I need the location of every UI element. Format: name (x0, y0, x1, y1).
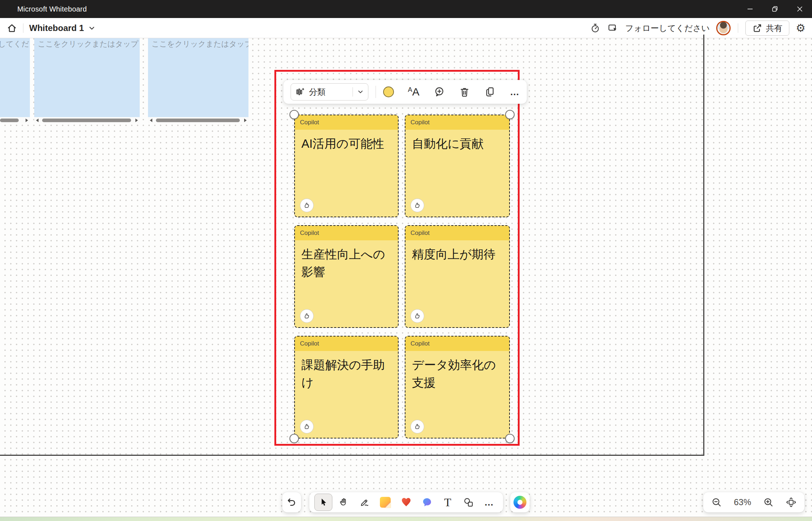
note-text[interactable]: 生産性向上への影響 (301, 245, 391, 281)
note-text[interactable]: AI活用の可能性 (301, 135, 391, 152)
timer-icon[interactable] (590, 23, 601, 34)
toolbar-divider (376, 86, 376, 98)
scroll-left-arrow[interactable] (36, 119, 39, 122)
categorize-button[interactable]: 分類 (291, 83, 368, 101)
scrollbar-thumb[interactable] (42, 119, 131, 122)
h-scrollbar[interactable] (34, 117, 140, 124)
scrollbar-thumb[interactable] (0, 119, 19, 122)
shapes-tool[interactable] (459, 494, 477, 511)
follow-cursor-icon[interactable] (607, 23, 619, 34)
copilot-badge: Copilot (300, 340, 319, 347)
bottom-gradient-strip (0, 517, 812, 521)
scrollbar-thumb[interactable] (156, 119, 240, 122)
zoom-controls: 63% (703, 492, 804, 512)
comment-tool[interactable] (418, 494, 436, 511)
scroll-left-arrow[interactable] (150, 119, 152, 122)
header-divider-2 (738, 23, 738, 33)
thumbs-up-button[interactable] (411, 420, 424, 433)
text-note[interactable]: ここをクリックまたはタップして入力してくだ (148, 38, 248, 124)
categorize-sparkle-icon (295, 87, 305, 97)
pen-tool[interactable] (356, 494, 374, 511)
scroll-right-arrow[interactable] (135, 119, 138, 122)
resize-handle-top-left[interactable] (290, 110, 299, 119)
text-note-placeholder: ここをクリックまたはタップして入力してくだ (38, 39, 140, 49)
zoom-in-icon[interactable] (763, 497, 774, 508)
categorize-chevron-icon[interactable] (357, 89, 364, 95)
copilot-badge: Copilot (411, 119, 430, 126)
app-title: Microsoft Whiteboard (17, 5, 87, 13)
text-format-icon[interactable]: AA (408, 86, 420, 97)
restore-button[interactable] (762, 0, 787, 18)
thumbs-up-button[interactable] (411, 309, 424, 323)
pan-hand-tool[interactable] (335, 494, 353, 511)
reaction-heart-tool[interactable] (397, 494, 415, 511)
text-note[interactable]: ここをクリックまたはタップして入力してくだ (0, 38, 30, 124)
h-scrollbar[interactable] (148, 117, 248, 124)
resize-handle-bottom-right[interactable] (505, 434, 515, 443)
sticky-note-tool[interactable] (376, 494, 394, 511)
text-tool[interactable]: T (439, 494, 457, 511)
thumbs-up-button[interactable] (300, 309, 314, 323)
sticky-note[interactable]: Copilot データ効率化の支援 (405, 336, 510, 438)
thumbs-up-button[interactable] (300, 420, 314, 433)
add-comment-icon[interactable] (434, 86, 445, 98)
split-divider (353, 87, 353, 97)
fit-to-screen-icon[interactable] (786, 497, 797, 508)
tools-toolbar: T … (309, 492, 503, 512)
title-bar: Microsoft Whiteboard (0, 0, 812, 18)
note-color-swatch[interactable] (383, 86, 394, 97)
note-text[interactable]: 自動化に貢献 (412, 135, 503, 152)
copy-icon[interactable] (484, 86, 496, 98)
scroll-right-arrow[interactable] (244, 119, 247, 122)
more-tools-icon[interactable]: … (480, 494, 498, 511)
app-window: Microsoft Whiteboard (0, 0, 812, 521)
copilot-badge: Copilot (411, 230, 430, 237)
delete-icon[interactable] (459, 86, 470, 98)
sticky-note[interactable]: Copilot AI活用の可能性 (294, 115, 399, 217)
note-text[interactable]: 課題解決の手助け (301, 356, 391, 391)
more-options-icon[interactable]: … (510, 86, 520, 98)
copilot-badge: Copilot (411, 340, 430, 347)
window-controls (737, 0, 812, 18)
follow-label: フォローしてください (625, 23, 710, 34)
avatar[interactable] (716, 21, 731, 35)
note-text[interactable]: 精度向上が期待 (412, 245, 503, 263)
share-button[interactable]: 共有 (745, 21, 789, 36)
close-button[interactable] (787, 0, 812, 18)
h-scrollbar[interactable] (0, 117, 30, 124)
minimize-button[interactable] (737, 0, 762, 18)
zoom-level[interactable]: 63% (734, 497, 751, 507)
header-divider (23, 23, 23, 33)
text-note[interactable]: ここをクリックまたはタップして入力してくだ (34, 38, 140, 124)
selection-toolbar: 分類 AA (283, 80, 527, 104)
thumbs-up-button[interactable] (300, 199, 314, 212)
sticky-note[interactable]: Copilot 自動化に貢献 (405, 115, 510, 217)
copilot-badge: Copilot (300, 119, 319, 126)
resize-handle-bottom-left[interactable] (290, 434, 299, 443)
sticky-note[interactable]: Copilot 生産性向上への影響 (294, 225, 399, 328)
select-tool[interactable] (314, 494, 332, 511)
text-note-placeholder: ここをクリックまたはタップして入力してくだ (152, 39, 248, 49)
categorize-label: 分類 (309, 86, 326, 98)
copilot-icon (513, 496, 526, 509)
chevron-down-icon[interactable] (88, 25, 95, 32)
note-text[interactable]: データ効率化の支援 (412, 356, 503, 391)
resize-handle-top-right[interactable] (505, 110, 515, 119)
sticky-note[interactable]: Copilot 課題解決の手助け (294, 336, 399, 438)
thumbs-up-button[interactable] (411, 199, 424, 212)
copilot-button[interactable] (510, 492, 530, 512)
sticky-notes-group: Copilot AI活用の可能性 Copilot 自動化に貢献 Copilot … (294, 115, 510, 438)
share-icon (752, 23, 762, 33)
home-icon[interactable] (6, 23, 17, 34)
sticky-note[interactable]: Copilot 精度向上が期待 (405, 225, 510, 328)
settings-gear-icon[interactable]: ⚙ (796, 23, 806, 34)
undo-button[interactable] (282, 492, 301, 512)
text-note-placeholder: ここをクリックまたはタップして入力してくだ (0, 39, 29, 49)
board-title[interactable]: Whiteboard 1 (29, 23, 84, 33)
zoom-out-icon[interactable] (711, 497, 722, 508)
scroll-right-arrow[interactable] (26, 119, 28, 122)
copilot-badge: Copilot (300, 230, 319, 237)
share-label: 共有 (766, 23, 782, 34)
